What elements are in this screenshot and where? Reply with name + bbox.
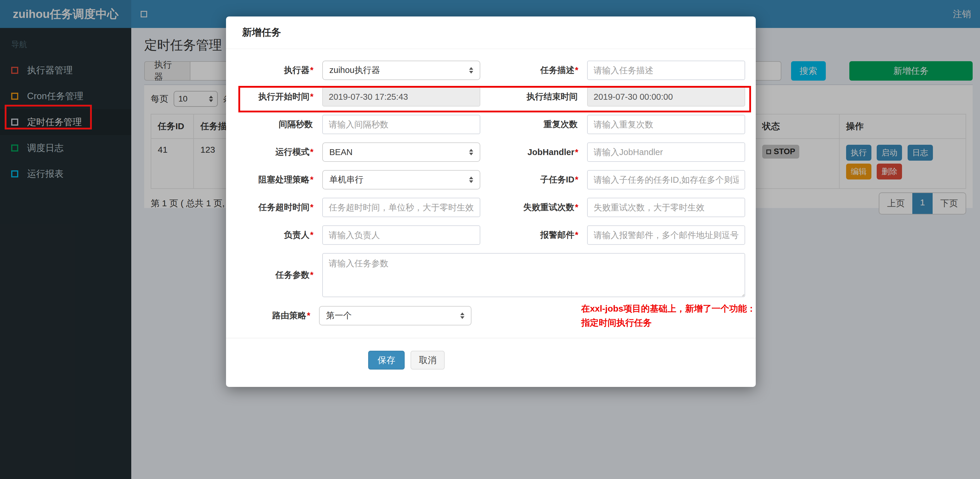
child-job-input[interactable] [587,170,745,189]
route-strategy-label: 路由策略* [226,310,319,321]
screen: zuihou任务调度中心 注销 导航 执行器管理 Cron任务管理 定时任务管理… [0,0,980,479]
executor-select[interactable]: zuihou执行器 [322,60,480,80]
select-carets-icon [469,67,473,73]
save-button[interactable]: 保存 [368,351,405,369]
owner-input[interactable] [322,225,480,245]
start-time-input[interactable] [322,87,480,107]
owner-label: 负责人* [226,229,322,241]
select-carets-icon [469,149,473,155]
alarm-email-input[interactable] [587,225,745,245]
job-param-textarea[interactable] [322,253,745,297]
form-row-job-param: 任务参数* [226,253,756,297]
retry-label: 失败重试次数* [480,202,587,213]
end-time-label: 执行结束时间 [480,91,587,103]
form-row-exec-times: 执行开始时间* 执行结束时间 [226,87,756,107]
feature-note: 在xxl-jobs项目的基础上，新增了一个功能： 指定时间执行任务 [581,302,756,330]
route-strategy-select[interactable]: 第一个 [319,306,471,325]
feature-note-line2: 指定时间执行任务 [581,316,756,330]
form-row: 运行模式* BEAN JobHandler* [226,142,756,162]
select-carets-icon [469,177,473,183]
form-row-route: 路由策略* 第一个 在xxl-jobs项目的基础上，新增了一个功能： 指定时间执… [226,306,756,325]
modal-footer: 保存 取消 [226,338,756,369]
modal-header: 新增任务 [226,16,756,49]
form-row: 阻塞处理策略* 单机串行 子任务ID* [226,170,756,189]
run-mode-select-value: BEAN [329,147,353,157]
job-param-label: 任务参数* [226,269,322,281]
form-row: 任务超时时间* 失败重试次数* [226,198,756,217]
form-row: 负责人* 报警邮件* [226,225,756,245]
repeat-input[interactable] [587,115,745,134]
select-carets-icon [460,312,465,319]
interval-input[interactable] [322,115,480,134]
child-job-label: 子任务ID* [480,174,587,186]
timeout-input[interactable] [322,198,480,217]
cancel-button[interactable]: 取消 [410,351,445,369]
job-desc-input[interactable] [587,60,745,80]
route-strategy-select-value: 第一个 [326,310,352,321]
timeout-label: 任务超时时间* [226,202,322,213]
alarm-email-label: 报警邮件* [480,229,587,241]
interval-label: 间隔秒数 [226,119,322,130]
add-task-modal: 新增任务 执行器* zuihou执行器 任务描述* 执行开始时间* 执行结束时间… [226,16,756,387]
form-row: 执行器* zuihou执行器 任务描述* [226,60,756,80]
retry-input[interactable] [587,198,745,217]
run-mode-select[interactable]: BEAN [322,142,480,162]
executor-label: 执行器* [226,64,322,76]
executor-select-value: zuihou执行器 [329,64,380,76]
job-handler-label: JobHandler* [480,147,587,157]
form-row: 间隔秒数 重复次数 [226,115,756,134]
job-handler-input[interactable] [587,142,745,162]
block-strategy-select-value: 单机串行 [329,174,363,186]
run-mode-label: 运行模式* [226,146,322,158]
feature-note-line1: 在xxl-jobs项目的基础上，新增了一个功能： [581,302,756,316]
job-desc-label: 任务描述* [480,64,587,76]
block-strategy-label: 阻塞处理策略* [226,174,322,186]
block-strategy-select[interactable]: 单机串行 [322,170,480,189]
repeat-label: 重复次数 [480,119,587,130]
start-time-label: 执行开始时间* [226,91,322,103]
end-time-input[interactable] [587,87,745,107]
modal-title: 新增任务 [242,26,281,39]
